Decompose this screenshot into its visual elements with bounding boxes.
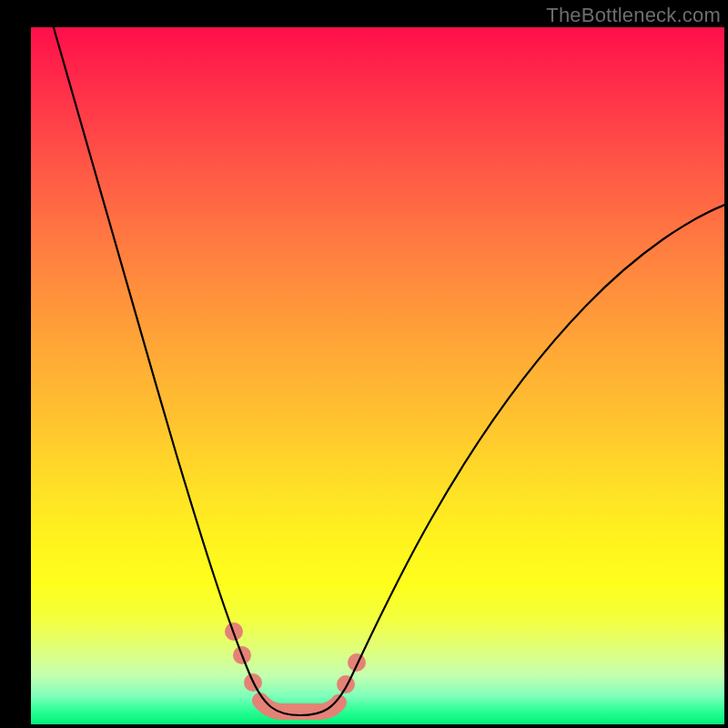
plot-area xyxy=(31,27,724,724)
marker-dot xyxy=(348,653,366,672)
watermark-text: TheBottleneck.com xyxy=(546,4,721,27)
bottleneck-curve-line xyxy=(51,27,724,715)
chart-frame: TheBottleneck.com xyxy=(0,0,728,728)
bottleneck-curve-svg xyxy=(31,27,724,724)
marker-dot xyxy=(337,675,355,693)
